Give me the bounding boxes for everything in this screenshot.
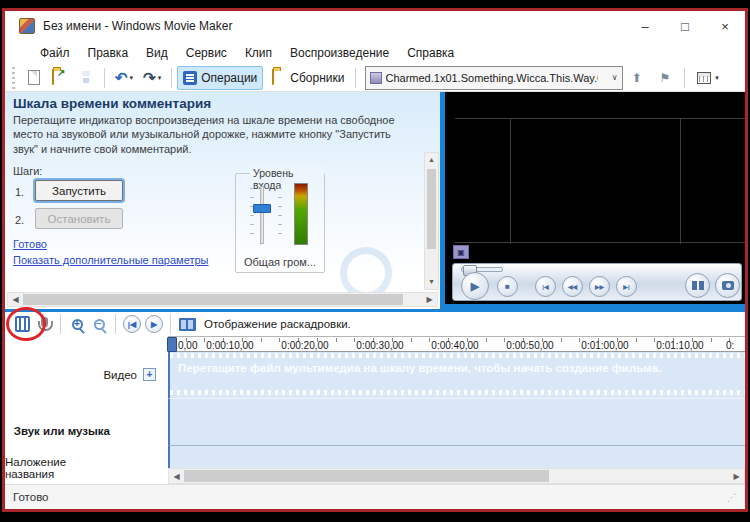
clip-dock-dots <box>170 353 745 358</box>
done-link[interactable]: Готово <box>13 238 47 250</box>
input-level-groupbox: Уровень входа Общая гром... <box>235 173 325 273</box>
toolbar-grip-2 <box>12 67 15 89</box>
previous-frame-button[interactable]: ◀◀ <box>562 276 583 297</box>
playback-controls: ▶ ■ |◀ ◀◀ ▶▶ ▶| <box>452 263 742 301</box>
minimize-button[interactable]: – <box>625 11 665 41</box>
timeline-scroll-left-arrow[interactable]: ◀ <box>169 472 184 481</box>
tasks-pane-toggle-button[interactable]: Операции <box>177 66 263 90</box>
video-preview-pane: ▣ ▶ ■ |◀ ◀◀ ▶▶ ▶| <box>440 92 745 309</box>
scroll-left-arrow[interactable]: ◀ <box>8 295 23 304</box>
open-folder-icon: ↗ <box>52 69 54 85</box>
ruler-tick: 0:01:10,00 <box>656 340 703 351</box>
storyboard-toggle-label[interactable]: Отображение раскадровки. <box>204 318 351 330</box>
views-button[interactable]: ▾ <box>690 66 724 90</box>
redo-icon: ↷ <box>143 70 156 85</box>
collection-combobox[interactable]: Charmed.1x01.Something.Wicca.This.Way.Co… <box>365 66 623 90</box>
drag-media-hint: Перетащите файл мультимедиа на шкалу вре… <box>178 362 661 374</box>
window-title: Без имени - Windows Movie Maker <box>43 19 232 33</box>
menu-edit[interactable]: Правка <box>79 43 138 63</box>
rewind-timeline-button[interactable]: |◀ <box>121 314 143 334</box>
playhead-marker[interactable] <box>167 337 177 352</box>
zoom-out-button[interactable]: − <box>88 314 110 334</box>
media-placeholder-icon: ▣ <box>453 245 469 259</box>
views-dropdown-arrow[interactable]: ▾ <box>715 74 719 82</box>
stop-button[interactable]: ■ <box>497 276 518 297</box>
start-narration-button[interactable]: Запустить <box>35 180 123 201</box>
new-collection-button[interactable]: ⚑ <box>651 66 680 90</box>
tasks-icon <box>183 71 197 85</box>
forward-button[interactable]: ▶| <box>616 276 637 297</box>
split-icon <box>692 281 704 290</box>
timeline-scroll-right-arrow[interactable]: ▶ <box>729 472 744 481</box>
timeline-horizontal-scrollbar[interactable]: ◀ ▶ <box>168 468 745 484</box>
video-track[interactable]: Перетащите файл мультимедиа на шкалу вре… <box>168 352 745 398</box>
status-bar: Готово ⋰ <box>5 484 745 509</box>
toolbar-separator <box>171 68 172 88</box>
scroll-down-arrow[interactable]: ▼ <box>425 275 438 289</box>
timeline-scroll-thumb[interactable] <box>184 470 549 482</box>
play-button[interactable]: ▶ <box>461 272 489 300</box>
menu-tools[interactable]: Сервис <box>177 43 236 63</box>
combobox-dropdown-arrow[interactable]: ∨ <box>612 73 618 82</box>
collections-folder-icon <box>272 69 274 85</box>
menu-clip[interactable]: Клип <box>236 43 281 63</box>
back-button[interactable]: |◀ <box>535 276 556 297</box>
title-bar: Без имени - Windows Movie Maker – □ × <box>5 11 745 41</box>
ruler-tick: 0:00:40,00 <box>431 340 478 351</box>
menu-play[interactable]: Воспроизведение <box>281 43 398 63</box>
collection-value: Charmed.1x01.Something.Wicca.This.Way.Co… <box>386 72 598 84</box>
undo-button[interactable]: ↶ ▾ <box>110 66 138 90</box>
scroll-up-arrow[interactable]: ▲ <box>425 153 438 167</box>
pane-horizontal-scrollbar[interactable]: ◀ ▶ <box>7 292 438 307</box>
clip-dock-dots <box>170 390 745 395</box>
next-frame-button[interactable]: ▶▶ <box>589 276 610 297</box>
frame-line <box>510 119 511 244</box>
movie-maker-window: Без имени - Windows Movie Maker – □ × Фа… <box>2 8 748 512</box>
main-toolbar: ↗ ↶ ▾ ↷ ▾ Операции Сборники Charmed.1x01… <box>5 64 745 92</box>
collections-label: Сборники <box>290 71 344 85</box>
title-overlay-track-label: Наложение названия <box>5 456 112 480</box>
ruler-tick: 0:00:30,00 <box>356 340 403 351</box>
close-button[interactable]: × <box>705 11 745 41</box>
timeline-toolbar: + − |◀ ▶ Отображение раскадровки. <box>5 312 745 336</box>
menu-view[interactable]: Вид <box>137 43 177 63</box>
take-picture-button[interactable] <box>715 273 740 298</box>
scroll-right-arrow[interactable]: ▶ <box>422 295 437 304</box>
seek-slider[interactable] <box>461 267 503 272</box>
menu-file[interactable]: Файл <box>31 43 79 63</box>
timeline-separator <box>60 314 61 334</box>
zoom-out-icon: − <box>94 319 105 330</box>
split-clip-button[interactable] <box>685 273 710 298</box>
camera-icon <box>722 281 734 290</box>
more-options-link[interactable]: Показать дополнительные параметры <box>13 254 208 266</box>
redo-button[interactable]: ↷ ▾ <box>138 66 166 90</box>
slider-ticks-left <box>250 188 254 242</box>
slider-thumb[interactable] <box>253 204 271 213</box>
input-level-slider[interactable] <box>260 186 264 244</box>
app-icon <box>19 18 35 34</box>
storyboard-view-button[interactable] <box>176 314 198 334</box>
menu-help[interactable]: Справка <box>398 43 463 63</box>
expand-video-track-button[interactable]: + <box>143 368 156 381</box>
save-project-button[interactable] <box>73 66 99 90</box>
zoom-in-button[interactable]: + <box>66 314 88 334</box>
audio-track[interactable] <box>168 398 745 445</box>
up-one-level-button[interactable]: ⬆ <box>623 66 651 90</box>
title-overlay-track[interactable] <box>168 445 745 468</box>
horizontal-scroll-thumb[interactable] <box>23 294 403 305</box>
collections-pane-button[interactable]: Сборники <box>267 66 349 90</box>
ruler-tick: 0: <box>726 340 734 351</box>
maximize-button[interactable]: □ <box>665 11 705 41</box>
pane-vertical-scrollbar[interactable]: ▲ ▼ <box>424 152 439 290</box>
open-project-button[interactable]: ↗ <box>47 66 73 90</box>
timeline-separator <box>170 314 171 334</box>
up-level-icon: ⬆ <box>628 71 646 85</box>
undo-dropdown-arrow[interactable]: ▾ <box>130 74 134 82</box>
undo-icon: ↶ <box>115 70 128 85</box>
timeline-ruler[interactable]: 0,00 0:00:10,00 0:00:20,00 0:00:30,00 0:… <box>168 336 745 352</box>
play-timeline-button[interactable]: ▶ <box>143 314 165 334</box>
vertical-scroll-thumb[interactable] <box>427 169 436 249</box>
redo-dropdown-arrow[interactable]: ▾ <box>158 74 162 82</box>
resize-grip[interactable]: ⋰ <box>727 492 737 503</box>
new-project-button[interactable] <box>21 66 47 90</box>
